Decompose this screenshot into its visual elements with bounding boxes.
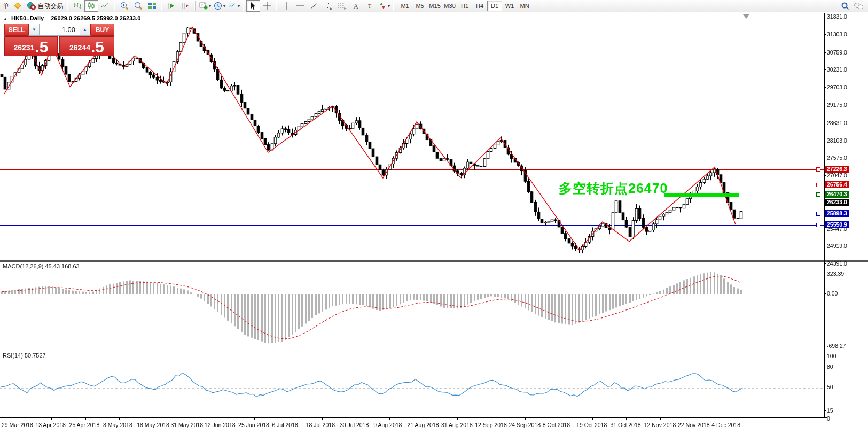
- zoom-in-button[interactable]: [118, 0, 131, 12]
- auto-trading-label: 自动交易: [38, 2, 64, 11]
- sell-button[interactable]: SELL: [4, 24, 29, 36]
- price-axis-tick: 31831.0: [827, 13, 847, 20]
- price-axis-tick: 27047.0: [827, 172, 847, 179]
- trendline-button[interactable]: [307, 0, 321, 12]
- periods-button[interactable]: ▾: [212, 0, 226, 12]
- date-axis-label: 25 Apr 2018: [69, 422, 100, 428]
- date-axis-label: 8 May 2018: [103, 422, 132, 428]
- auto-scroll-icon: [167, 1, 176, 11]
- timeframe-button-M5[interactable]: M5: [412, 1, 427, 11]
- date-axis-label: 29 Mar 2018: [2, 422, 33, 428]
- toolbar-separator: [114, 1, 115, 11]
- date-axis-label: 8 Oct 2018: [543, 422, 570, 428]
- toolbar-separator: [393, 1, 394, 11]
- price-axis-tick: 27575.0: [827, 154, 847, 161]
- sell-price-button[interactable]: 26231 .5: [4, 36, 58, 56]
- arrows-button[interactable]: ▾: [377, 0, 391, 12]
- market-watch-button[interactable]: [11, 0, 25, 12]
- volume-down-button[interactable]: ▼: [29, 24, 40, 36]
- vertical-line-button[interactable]: [279, 0, 293, 12]
- macd-indicator-label: MACD(12,26,9) 45.43 168.63: [3, 263, 80, 269]
- buy-button[interactable]: BUY: [90, 24, 114, 36]
- tile-windows-button[interactable]: [145, 0, 159, 12]
- crosshair-icon: [262, 1, 272, 11]
- volume-input[interactable]: 1.00: [40, 24, 80, 36]
- chevron-down-icon: ▾: [388, 4, 390, 9]
- price-flag: 26233.0: [825, 199, 849, 206]
- volume-up-button[interactable]: ▲: [80, 24, 90, 36]
- text-label-button[interactable]: T: [363, 0, 377, 12]
- collapse-icon[interactable]: ▲: [3, 17, 7, 21]
- auto-scroll-button[interactable]: [165, 0, 178, 12]
- timeframe-toolbar: M1M5M15M30H1H4D1W1MN: [397, 1, 532, 11]
- timeframe-button-M15[interactable]: M15: [427, 1, 442, 11]
- candlestick-icon: [87, 1, 96, 11]
- toolbar-separator: [161, 1, 162, 11]
- chat-button[interactable]: [852, 0, 866, 12]
- candlestick-chart-button[interactable]: [84, 0, 98, 12]
- crosshair-button[interactable]: [260, 0, 274, 12]
- timeframe-button-M30[interactable]: M30: [442, 1, 457, 11]
- toolbar-separator: [276, 1, 277, 11]
- bar-chart-button[interactable]: [71, 0, 84, 12]
- svg-text:F: F: [344, 6, 346, 10]
- price-axis-tick: 28631.0: [827, 120, 847, 126]
- chart-shift-button[interactable]: [178, 0, 192, 12]
- add-indicator-button[interactable]: ▾: [198, 0, 212, 12]
- rsi-axis-tick: 80: [827, 363, 833, 370]
- equidistant-channel-icon: E: [323, 1, 333, 11]
- buy-price-fraction: .5: [91, 40, 104, 55]
- text-button[interactable]: A: [349, 0, 363, 12]
- buy-price-main: 26244: [69, 41, 90, 55]
- price-flag: 27226.3: [825, 166, 849, 173]
- cursor-button[interactable]: [246, 0, 260, 12]
- market-watch-icon: [13, 1, 22, 11]
- line-chart-icon: [100, 1, 110, 11]
- price-axis-tick: 24391.0: [827, 260, 847, 267]
- macd-axis-tick: 323.39: [827, 270, 844, 277]
- price-axis-tick: 28103.0: [827, 137, 847, 144]
- toolbar-separator: [67, 1, 68, 11]
- chart-canvas[interactable]: [0, 0, 868, 434]
- timeframe-button-M1[interactable]: M1: [397, 1, 412, 11]
- rsi-axis-zero-label: 0: [827, 415, 830, 422]
- ohlc-values: 26029.0 26269.5 25992.0 26233.0: [51, 15, 140, 21]
- price-axis-tick: 29703.0: [827, 84, 847, 90]
- date-axis-label: 6 Jul 2018: [272, 422, 298, 428]
- buy-price-button[interactable]: 26244 .5: [59, 36, 114, 56]
- price-flag: 26756.4: [825, 181, 849, 188]
- rsi-axis-tick: 50: [827, 384, 833, 390]
- zoom-in-icon: [120, 1, 129, 11]
- price-axis-tick: 30231.0: [827, 66, 847, 73]
- date-axis-label: 12 Sep 2018: [475, 422, 507, 428]
- line-chart-button[interactable]: [98, 0, 112, 12]
- price-flag: 25550.9: [825, 221, 849, 228]
- zoom-out-button[interactable]: [131, 0, 145, 12]
- svg-text:E: E: [330, 6, 332, 10]
- chevron-down-icon: ▾: [209, 4, 211, 9]
- timeframe-button-W1[interactable]: W1: [502, 1, 517, 11]
- timeframe-button-MN[interactable]: MN: [517, 1, 532, 11]
- date-axis-label: 12 Jun 2018: [205, 422, 236, 428]
- date-axis-label: 19 Oct 2018: [576, 422, 607, 428]
- auto-trading-button[interactable]: 自动交易: [25, 0, 65, 12]
- price-axis-tick: 29175.0: [827, 102, 847, 108]
- date-axis-label: 4 Dec 2018: [711, 422, 740, 428]
- template-icon: [228, 1, 237, 11]
- one-click-trading-panel: SELL ▼ 1.00 ▲ BUY 26231 .5 26244 .5: [4, 24, 114, 56]
- fibonacci-button[interactable]: F: [335, 0, 349, 12]
- equidistant-channel-button[interactable]: E: [321, 0, 335, 12]
- template-button[interactable]: ▾: [226, 0, 241, 12]
- rsi-axis-tick: 100: [827, 353, 836, 359]
- new-order-label-fragment[interactable]: 单: [1, 2, 11, 11]
- vertical-line-icon: [281, 1, 291, 11]
- search-button[interactable]: [838, 0, 852, 12]
- timeframe-button-D1[interactable]: D1: [487, 1, 502, 11]
- bar-chart-icon: [73, 1, 82, 11]
- cursor-icon: [248, 1, 258, 11]
- macd-axis-tick: 0.00: [827, 290, 838, 297]
- price-axis-tick: 30759.0: [827, 49, 847, 56]
- timeframe-button-H1[interactable]: H1: [457, 1, 472, 11]
- timeframe-button-H4[interactable]: H4: [472, 1, 487, 11]
- horizontal-line-button[interactable]: [293, 0, 307, 12]
